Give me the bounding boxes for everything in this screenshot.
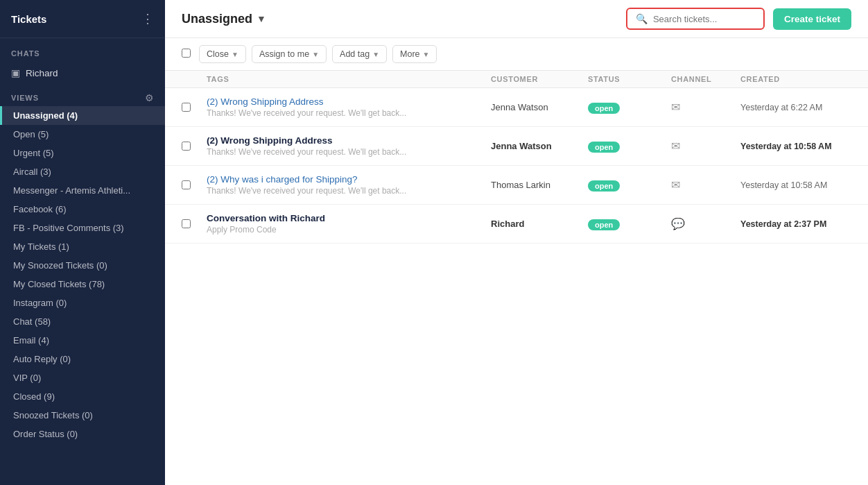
row-checkbox-2[interactable] (182, 180, 207, 189)
ticket-customer-3: Richard (491, 219, 588, 229)
assign-label: Assign to me (259, 49, 309, 59)
ticket-status-0: open (588, 101, 671, 114)
create-ticket-button[interactable]: Create ticket (773, 8, 851, 30)
sidebar-nav-item-4[interactable]: Messenger - Artemis Athleti... (0, 181, 165, 200)
search-box: 🔍 (626, 8, 765, 30)
sidebar-chat-richard[interactable]: ▣ Richard (0, 62, 165, 84)
ticket-created-0: Yesterday at 6:22 AM (740, 103, 851, 112)
sidebar-nav-item-7[interactable]: My Tickets (1) (0, 237, 165, 256)
sidebar-nav-item-14[interactable]: VIP (0) (0, 368, 165, 387)
ticket-title-2: (2) Why was i charged for Shipping? (207, 174, 491, 185)
chevron-down-icon[interactable]: ▼ (257, 13, 266, 24)
views-section-label: VIEWS (11, 94, 39, 102)
channel-icon-2: ✉ (671, 178, 740, 192)
gear-icon[interactable]: ⚙ (145, 92, 154, 103)
more-chevron-icon: ▼ (423, 51, 430, 58)
search-icon: 🔍 (636, 13, 648, 24)
sidebar-nav-item-1[interactable]: Open (5) (0, 125, 165, 144)
table-row[interactable]: (2) Why was i charged for Shipping? Than… (165, 166, 868, 205)
main-content: Unassigned ▼ 🔍 Create ticket Close ▼ Ass… (165, 0, 868, 485)
sidebar-nav-item-5[interactable]: Facebook (6) (0, 200, 165, 219)
close-label: Close (207, 49, 229, 59)
sidebar-nav-item-17[interactable]: Order Status (0) (0, 425, 165, 443)
ticket-title-0: (2) Wrong Shipping Address (207, 96, 491, 107)
ticket-info-2: (2) Why was i charged for Shipping? Than… (207, 174, 491, 196)
status-badge-2: open (588, 180, 620, 192)
sidebar-nav-item-3[interactable]: Aircall (3) (0, 162, 165, 181)
sidebar-nav-item-16[interactable]: Snoozed Tickets (0) (0, 406, 165, 425)
assign-chevron-icon: ▼ (312, 51, 319, 58)
ticket-created-2: Yesterday at 10:58 AM (740, 180, 851, 190)
more-label: More (400, 49, 419, 59)
col-tags: TAGS (207, 75, 491, 83)
ticket-created-3: Yesterday at 2:37 PM (740, 219, 851, 229)
table-row[interactable]: (2) Wrong Shipping Address Thanks! We've… (165, 127, 868, 166)
ticket-customer-1: Jenna Watson (491, 141, 588, 151)
sidebar-chat-label: Richard (26, 68, 58, 78)
sidebar-nav-item-6[interactable]: FB - Positive Comments (3) (0, 219, 165, 237)
channel-icon-0: ✉ (671, 101, 740, 114)
row-checkbox-0[interactable] (182, 103, 207, 112)
row-checkbox-3[interactable] (182, 219, 207, 228)
sidebar-title: Tickets (11, 13, 46, 25)
ticket-info-0: (2) Wrong Shipping Address Thanks! We've… (207, 96, 491, 118)
row-checkbox-1[interactable] (182, 142, 207, 151)
sidebar-nav-item-15[interactable]: Closed (9) (0, 387, 165, 406)
sidebar-nav-item-10[interactable]: Instagram (0) (0, 293, 165, 312)
topbar-left: Unassigned ▼ (182, 12, 266, 26)
table-row[interactable]: (2) Wrong Shipping Address Thanks! We've… (165, 88, 868, 127)
col-channel: CHANNEL (671, 75, 740, 83)
nav-list: Unassigned (4)Open (5)Urgent (5)Aircall … (0, 106, 165, 443)
status-badge-3: open (588, 219, 620, 230)
page-title: Unassigned (182, 12, 252, 26)
views-header: VIEWS ⚙ (0, 84, 165, 106)
select-all-checkbox[interactable] (182, 48, 191, 60)
close-button[interactable]: Close ▼ (199, 45, 246, 63)
status-badge-0: open (588, 103, 620, 114)
sidebar-nav-item-2[interactable]: Urgent (5) (0, 144, 165, 162)
toolbar: Close ▼ Assign to me ▼ Add tag ▼ More ▼ (165, 38, 868, 71)
sidebar-nav-item-0[interactable]: Unassigned (4) (0, 106, 165, 125)
col-status: STATUS (588, 75, 671, 83)
ticket-status-1: open (588, 140, 671, 153)
sidebar-nav-item-8[interactable]: My Snoozed Tickets (0) (0, 256, 165, 275)
ticket-customer-2: Thomas Larkin (491, 180, 588, 190)
row-checkbox-input-1[interactable] (182, 142, 191, 151)
col-checkbox (182, 75, 207, 83)
sidebar-menu-icon[interactable]: ⋮ (141, 11, 154, 26)
add-tag-label: Add tag (340, 49, 370, 59)
ticket-status-2: open (588, 179, 671, 192)
ticket-info-1: (2) Wrong Shipping Address Thanks! We've… (207, 135, 491, 157)
sidebar-nav-item-12[interactable]: Email (4) (0, 331, 165, 350)
topbar: Unassigned ▼ 🔍 Create ticket (165, 0, 868, 38)
more-button[interactable]: More ▼ (392, 45, 437, 63)
tickets-list: (2) Wrong Shipping Address Thanks! We've… (165, 88, 868, 485)
sidebar-nav-item-11[interactable]: Chat (58) (0, 312, 165, 331)
channel-icon-1: ✉ (671, 139, 740, 153)
ticket-customer-0: Jenna Watson (491, 102, 588, 112)
col-customer: CUSTOMER (491, 75, 588, 83)
ticket-created-1: Yesterday at 10:58 AM (740, 142, 851, 151)
search-input[interactable] (653, 14, 755, 24)
channel-icon-3: 💬 (671, 217, 740, 230)
ticket-preview-2: Thanks! We've received your request. We'… (207, 186, 491, 196)
select-all-input[interactable] (182, 49, 191, 58)
sidebar-nav-item-13[interactable]: Auto Reply (0) (0, 350, 165, 368)
row-checkbox-input-0[interactable] (182, 103, 191, 112)
ticket-title-3: Conversation with Richard (207, 213, 491, 223)
sidebar-header: Tickets ⋮ (0, 0, 165, 38)
ticket-preview-0: Thanks! We've received your request. We'… (207, 108, 491, 118)
add-tag-button[interactable]: Add tag ▼ (332, 45, 387, 63)
sidebar: Tickets ⋮ CHATS ▣ Richard VIEWS ⚙ Unassi… (0, 0, 165, 485)
close-chevron-icon: ▼ (232, 51, 238, 58)
col-created: CREATED (740, 75, 851, 83)
row-checkbox-input-2[interactable] (182, 180, 191, 189)
table-row[interactable]: Conversation with Richard Apply Promo Co… (165, 205, 868, 244)
sidebar-nav-item-9[interactable]: My Closed Tickets (78) (0, 275, 165, 293)
topbar-right: 🔍 Create ticket (626, 8, 851, 30)
row-checkbox-input-3[interactable] (182, 219, 191, 228)
column-headers: TAGS CUSTOMER STATUS CHANNEL CREATED (165, 71, 868, 88)
assign-to-me-button[interactable]: Assign to me ▼ (252, 45, 327, 63)
add-tag-chevron-icon: ▼ (372, 51, 379, 58)
chats-section-label: CHATS (0, 38, 165, 62)
